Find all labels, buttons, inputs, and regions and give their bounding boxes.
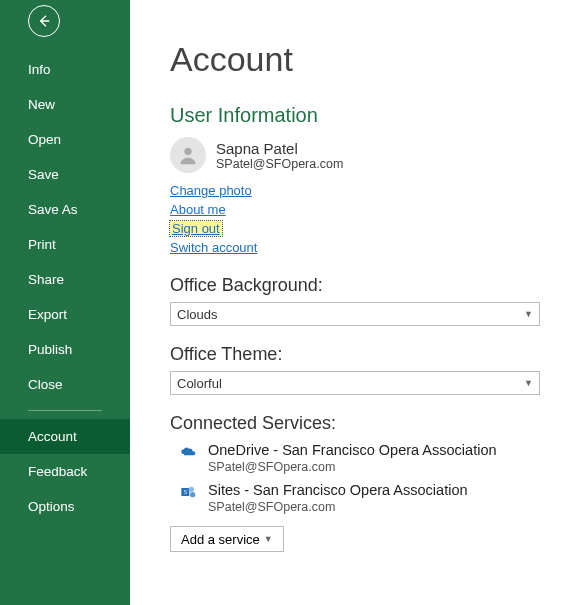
sidebar-item-share[interactable]: Share bbox=[0, 262, 130, 297]
onedrive-icon bbox=[180, 444, 196, 460]
sidebar-item-save[interactable]: Save bbox=[0, 157, 130, 192]
svg-point-4 bbox=[190, 492, 195, 497]
sidebar-item-label: Print bbox=[28, 237, 56, 252]
office-theme-dropdown[interactable]: Colorful ▼ bbox=[170, 371, 540, 395]
sidebar-item-info[interactable]: Info bbox=[0, 52, 130, 87]
service-title: Sites - San Francisco Opera Association bbox=[208, 482, 468, 498]
sidebar-item-label: Options bbox=[28, 499, 75, 514]
switch-account-link[interactable]: Switch account bbox=[170, 240, 257, 255]
office-background-heading: Office Background: bbox=[170, 275, 548, 296]
sidebar-item-label: Open bbox=[28, 132, 61, 147]
sidebar-item-label: Save bbox=[28, 167, 59, 182]
connected-services-heading: Connected Services: bbox=[170, 413, 548, 434]
svg-text:S: S bbox=[184, 489, 187, 495]
backstage-sidebar: Info New Open Save Save As Print Share E… bbox=[0, 0, 130, 605]
sidebar-item-options[interactable]: Options bbox=[0, 489, 130, 524]
add-service-button[interactable]: Add a service ▼ bbox=[170, 526, 284, 552]
office-background-dropdown[interactable]: Clouds ▼ bbox=[170, 302, 540, 326]
person-icon bbox=[177, 144, 199, 166]
office-theme-heading: Office Theme: bbox=[170, 344, 548, 365]
dropdown-value: Clouds bbox=[177, 307, 217, 322]
service-row-onedrive: OneDrive - San Francisco Opera Associati… bbox=[170, 442, 548, 474]
sidebar-item-save-as[interactable]: Save As bbox=[0, 192, 130, 227]
sidebar-item-account[interactable]: Account bbox=[0, 419, 130, 454]
user-email: SPatel@SFOpera.com bbox=[216, 157, 343, 171]
svg-point-3 bbox=[189, 487, 194, 492]
chevron-down-icon: ▼ bbox=[264, 534, 273, 544]
sidebar-item-publish[interactable]: Publish bbox=[0, 332, 130, 367]
service-email: SPatel@SFOpera.com bbox=[208, 460, 497, 474]
chevron-down-icon: ▼ bbox=[524, 378, 533, 388]
sidebar-item-close[interactable]: Close bbox=[0, 367, 130, 402]
chevron-down-icon: ▼ bbox=[524, 309, 533, 319]
arrow-left-icon bbox=[36, 13, 52, 29]
sign-out-link[interactable]: Sign out bbox=[170, 221, 222, 236]
sidebar-item-label: Account bbox=[28, 429, 77, 444]
sidebar-item-print[interactable]: Print bbox=[0, 227, 130, 262]
sidebar-item-label: New bbox=[28, 97, 55, 112]
user-name: Sapna Patel bbox=[216, 140, 343, 157]
sidebar-item-open[interactable]: Open bbox=[0, 122, 130, 157]
dropdown-value: Colorful bbox=[177, 376, 222, 391]
button-label: Add a service bbox=[181, 532, 260, 547]
change-photo-link[interactable]: Change photo bbox=[170, 183, 252, 198]
avatar bbox=[170, 137, 206, 173]
service-email: SPatel@SFOpera.com bbox=[208, 500, 468, 514]
user-row: Sapna Patel SPatel@SFOpera.com bbox=[170, 137, 548, 173]
sidebar-item-label: Save As bbox=[28, 202, 78, 217]
main-content: Account User Information Sapna Patel SPa… bbox=[130, 0, 588, 605]
sidebar-item-label: Close bbox=[28, 377, 63, 392]
user-info-heading: User Information bbox=[170, 104, 548, 127]
sidebar-item-export[interactable]: Export bbox=[0, 297, 130, 332]
sidebar-item-label: Info bbox=[28, 62, 51, 77]
sidebar-item-new[interactable]: New bbox=[0, 87, 130, 122]
page-title: Account bbox=[170, 40, 548, 79]
sidebar-item-feedback[interactable]: Feedback bbox=[0, 454, 130, 489]
sidebar-item-label: Share bbox=[28, 272, 64, 287]
sharepoint-icon: S bbox=[180, 484, 196, 500]
sidebar-item-label: Publish bbox=[28, 342, 72, 357]
service-row-sites: S Sites - San Francisco Opera Associatio… bbox=[170, 482, 548, 514]
sidebar-item-label: Export bbox=[28, 307, 67, 322]
service-title: OneDrive - San Francisco Opera Associati… bbox=[208, 442, 497, 458]
sidebar-separator bbox=[28, 410, 102, 411]
svg-point-0 bbox=[184, 148, 191, 155]
about-me-link[interactable]: About me bbox=[170, 202, 226, 217]
back-button[interactable] bbox=[28, 5, 60, 37]
sidebar-item-label: Feedback bbox=[28, 464, 87, 479]
